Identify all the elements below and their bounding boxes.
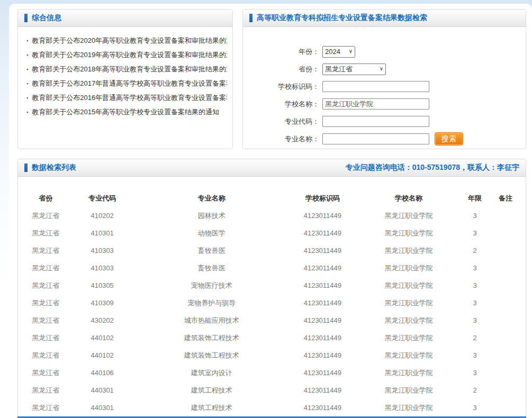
school-code-label: 学校标识码： xyxy=(243,82,319,92)
cell-major-code: 440301 xyxy=(74,381,131,399)
bullet-icon: ▪ xyxy=(26,38,28,43)
major-code-input[interactable] xyxy=(322,116,429,127)
cell-school-name: 黑龙江职业学院 xyxy=(353,242,464,259)
results-panel-title: 数据检索列表 xyxy=(32,163,76,172)
cell-school-code: 4123011449 xyxy=(292,399,353,416)
cell-major-code: 440102 xyxy=(74,347,131,364)
cell-school-code: 4123011449 xyxy=(292,312,353,329)
results-table: 省份 专业代码 专业名称 学校标识码 学校名称 年限 备注 xyxy=(18,189,526,416)
cell-school-code: 4123011449 xyxy=(292,329,353,347)
table-body: 黑龙江省 410202 园林技术 4123011449 黑龙江职业学院 3 黑龙… xyxy=(18,207,526,416)
cell-school-name: 黑龙江职业学院 xyxy=(353,312,464,329)
cell-years: 3 xyxy=(464,347,485,364)
cell-years: 3 xyxy=(464,277,485,294)
list-item: ▪ 教育部关于公布2017年普通高等学校高等职业教育专业设置备案和审... xyxy=(26,76,227,90)
table-row: 黑龙江省 440102 建筑装饰工程技术 4123011449 黑龙江职业学院 … xyxy=(18,329,526,347)
cell-remark xyxy=(485,277,526,294)
table-row: 黑龙江省 440102 建筑装饰工程技术 4123011449 黑龙江职业学院 … xyxy=(18,347,526,364)
cell-province: 黑龙江省 xyxy=(18,207,74,224)
cell-school-name: 黑龙江职业学院 xyxy=(353,294,464,312)
cell-years: 3 xyxy=(464,364,485,381)
cell-remark xyxy=(485,294,526,312)
results-panel: 数据检索列表 专业问题咨询电话：010-57519078，联系人：李征宇 省份 … xyxy=(17,159,526,418)
announcement-link[interactable]: 教育部关于公布2019年高等职业教育专业设置备案和审批结果的通知 xyxy=(32,50,227,60)
cell-remark xyxy=(485,329,526,347)
announcement-link[interactable]: 教育部关于公布2015年高等职业学校专业设置备案结果的通知 xyxy=(32,107,219,117)
cell-school-code: 4123011449 xyxy=(292,259,353,277)
cell-school-code: 4123011449 xyxy=(292,364,353,381)
cell-school-name: 黑龙江职业学院 xyxy=(353,399,464,416)
cell-province: 黑龙江省 xyxy=(18,242,74,259)
search-button[interactable]: 搜索 xyxy=(435,132,463,146)
cell-years: 3 xyxy=(464,224,485,242)
table-row: 黑龙江省 410202 园林技术 4123011449 黑龙江职业学院 3 xyxy=(18,207,526,224)
cell-major-name: 畜牧兽医 xyxy=(131,259,292,277)
search-panel: 高等职业教育专科拟招生专业设置备案结果数据检索 年份： 2024 ∨ 省份： xyxy=(242,9,526,149)
cell-years: 3 xyxy=(464,399,485,416)
cell-major-name: 建筑装饰工程技术 xyxy=(131,347,292,364)
column-header: 学校标识码 xyxy=(292,189,353,207)
cell-major-name: 建筑工程技术 xyxy=(131,381,292,399)
cell-years: 3 xyxy=(464,312,485,329)
cell-major-name: 动物医学 xyxy=(131,224,292,242)
table-row: 黑龙江省 410301 动物医学 4123011449 黑龙江职业学院 3 xyxy=(18,224,526,242)
cell-years: 2 xyxy=(464,381,485,399)
cell-school-name: 黑龙江职业学院 xyxy=(353,224,464,242)
announcement-link[interactable]: 教育部关于公布2016年普通高等学校高等职业教育专业设置备案和审... xyxy=(32,93,227,103)
cell-province: 黑龙江省 xyxy=(18,329,74,347)
table-row: 黑龙江省 410303 畜牧兽医 4123011449 黑龙江职业学院 2 xyxy=(18,242,526,259)
year-select[interactable]: 2024 xyxy=(322,46,355,58)
cell-remark xyxy=(485,312,526,329)
info-panel-header: 综合信息 xyxy=(18,10,232,27)
cell-remark xyxy=(485,381,526,399)
column-header: 专业代码 xyxy=(74,189,131,207)
table-row: 黑龙江省 410305 宠物医疗技术 4123011449 黑龙江职业学院 3 xyxy=(18,277,526,294)
cell-major-code: 440301 xyxy=(74,399,131,416)
list-item: ▪ 教育部关于公布2020年高等职业教育专业设置备案和审批结果的通知 xyxy=(26,33,227,48)
announcement-link[interactable]: 教育部关于公布2020年高等职业教育专业设置备案和审批结果的通知 xyxy=(32,36,227,46)
announcement-link[interactable]: 教育部关于公布2017年普通高等学校高等职业教育专业设置备案和审... xyxy=(32,79,227,88)
cell-major-name: 建筑装饰工程技术 xyxy=(131,329,292,347)
cell-remark xyxy=(485,207,526,224)
contact-info: 专业问题咨询电话：010-57519078，联系人：李征宇 xyxy=(346,163,519,172)
cell-major-name: 园林技术 xyxy=(131,207,292,224)
announcement-link[interactable]: 教育部关于公布2018年高等职业教育专业设置备案和审批结果的通知 xyxy=(32,65,227,74)
cell-province: 黑龙江省 xyxy=(18,347,74,364)
table-header-row: 省份 专业代码 专业名称 学校标识码 学校名称 年限 备注 xyxy=(18,189,526,207)
cell-years: 3 xyxy=(464,294,485,312)
cell-school-name: 黑龙江职业学院 xyxy=(353,207,464,224)
cell-province: 黑龙江省 xyxy=(18,381,74,399)
content-container: 综合信息 ▪ 教育部关于公布2020年高等职业教育专业设置备案和审批结果的通知 … xyxy=(9,4,532,418)
cell-remark xyxy=(485,364,526,381)
cell-school-code: 4123011449 xyxy=(292,207,353,224)
cell-major-code: 430202 xyxy=(74,312,131,329)
title-accent-bar xyxy=(24,163,28,172)
cell-major-name: 建筑室内设计 xyxy=(131,364,292,381)
school-name-input[interactable] xyxy=(322,98,429,110)
major-name-input[interactable] xyxy=(322,133,429,144)
cell-school-code: 4123011449 xyxy=(292,242,353,259)
bullet-icon: ▪ xyxy=(26,81,28,86)
cell-province: 黑龙江省 xyxy=(18,364,74,381)
cell-major-code: 410303 xyxy=(74,259,131,277)
year-label: 年份： xyxy=(243,47,319,57)
school-code-input[interactable] xyxy=(322,81,429,92)
cell-school-name: 黑龙江职业学院 xyxy=(353,277,464,294)
search-form: 年份： 2024 ∨ 省份： 黑龙江省 ∨ xyxy=(243,27,526,148)
cell-province: 黑龙江省 xyxy=(18,259,74,277)
cell-remark xyxy=(485,399,526,416)
column-header: 备注 xyxy=(485,189,526,207)
cell-school-name: 黑龙江职业学院 xyxy=(353,347,464,364)
cell-major-name: 城市热能应用技术 xyxy=(131,312,292,329)
cell-major-code: 410202 xyxy=(74,207,131,224)
cell-remark xyxy=(485,347,526,364)
cell-province: 黑龙江省 xyxy=(18,277,74,294)
cell-major-name: 畜牧兽医 xyxy=(131,242,292,259)
cell-school-code: 4123011449 xyxy=(292,294,353,312)
bullet-icon: ▪ xyxy=(26,110,28,115)
title-accent-bar xyxy=(249,14,253,22)
province-select[interactable]: 黑龙江省 xyxy=(322,63,386,75)
info-list: ▪ 教育部关于公布2020年高等职业教育专业设置备案和审批结果的通知 ▪ 教育部… xyxy=(18,27,232,119)
cell-major-name: 建筑工程技术 xyxy=(131,399,292,416)
list-item: ▪ 教育部关于公布2016年普通高等学校高等职业教育专业设置备案和审... xyxy=(26,90,227,105)
